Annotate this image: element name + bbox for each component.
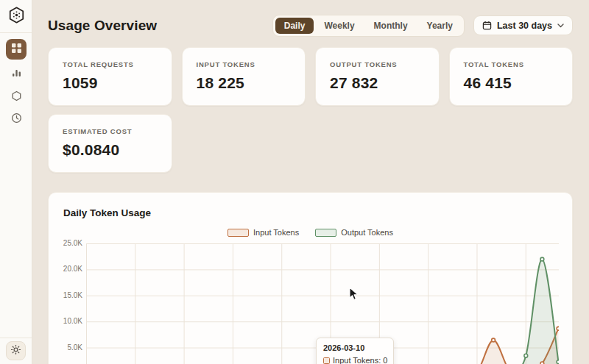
chevron-down-icon bbox=[557, 24, 564, 28]
theme-toggle-button[interactable] bbox=[6, 341, 26, 360]
tab-daily[interactable]: Daily bbox=[275, 18, 314, 34]
stat-card-total-tokens: TOTAL TOKENS 46 415 bbox=[449, 47, 574, 106]
sidebar-item-history[interactable] bbox=[6, 109, 27, 129]
legend-label: Input Tokens bbox=[253, 228, 299, 237]
stat-label: INPUT TOKENS bbox=[197, 60, 292, 68]
stat-card-input-tokens: INPUT TOKENS 18 225 bbox=[182, 47, 306, 106]
sidebar-item-models[interactable] bbox=[6, 87, 27, 107]
date-range-label: Last 30 days bbox=[497, 21, 552, 31]
legend-item-input-tokens[interactable]: Input Tokens bbox=[228, 228, 299, 237]
dashboard-grid-icon bbox=[11, 43, 22, 57]
sidebar bbox=[0, 0, 32, 364]
calendar-icon bbox=[482, 21, 492, 30]
chart-legend: Input Tokens Output Tokens bbox=[49, 228, 572, 237]
tab-weekly[interactable]: Weekly bbox=[315, 18, 363, 34]
main-content: Usage Overview Daily Weekly Monthly Year… bbox=[32, 0, 589, 364]
clock-icon bbox=[11, 113, 22, 126]
tooltip-row-input: Input Tokens: 0 bbox=[323, 356, 387, 364]
date-range-selector[interactable]: Last 30 days bbox=[473, 15, 573, 35]
stat-value: 1059 bbox=[63, 74, 158, 92]
y-axis-tick: 25.0K bbox=[49, 239, 82, 247]
page-title: Usage Overview bbox=[48, 18, 157, 34]
sidebar-item-dashboard[interactable] bbox=[6, 39, 27, 60]
stat-card-output-tokens: OUTPUT TOKENS 27 832 bbox=[315, 47, 440, 106]
stat-card-estimated-cost: ESTIMATED COST $0.0840 bbox=[48, 114, 172, 173]
chart-title: Daily Token Usage bbox=[63, 207, 151, 218]
daily-token-usage-card: Daily Token Usage Input Tokens Output To… bbox=[48, 192, 573, 364]
stat-value: 27 832 bbox=[330, 74, 425, 92]
stat-label: TOTAL TOKENS bbox=[464, 60, 559, 68]
sidebar-divider bbox=[0, 32, 32, 33]
stat-label: TOTAL REQUESTS bbox=[63, 60, 158, 68]
tooltip-swatch-input bbox=[323, 357, 330, 364]
y-axis-tick: 20.0K bbox=[49, 265, 82, 273]
sidebar-item-analytics[interactable] bbox=[6, 63, 27, 84]
stat-value: 46 415 bbox=[464, 74, 559, 92]
header-controls: Daily Weekly Monthly Yearly Last 30 days bbox=[272, 15, 573, 37]
page-header: Usage Overview Daily Weekly Monthly Year… bbox=[48, 15, 573, 35]
y-axis-tick: 15.0K bbox=[49, 291, 82, 299]
bar-chart-icon bbox=[11, 67, 22, 81]
hexagon-spark-logo-icon bbox=[7, 6, 26, 27]
legend-swatch-input bbox=[228, 229, 249, 237]
hexagon-icon bbox=[11, 90, 22, 104]
legend-swatch-output bbox=[315, 229, 336, 237]
sidebar-divider bbox=[0, 338, 32, 338]
stat-label: ESTIMATED COST bbox=[63, 127, 158, 135]
y-axis-tick: 5.0K bbox=[49, 343, 82, 351]
tab-monthly[interactable]: Monthly bbox=[365, 18, 417, 34]
tooltip-label: Input Tokens: 0 bbox=[333, 356, 387, 364]
tab-yearly[interactable]: Yearly bbox=[418, 18, 462, 34]
stat-card-total-requests: TOTAL REQUESTS 1059 bbox=[48, 47, 172, 106]
legend-item-output-tokens[interactable]: Output Tokens bbox=[315, 228, 393, 237]
app-logo[interactable] bbox=[6, 6, 27, 26]
legend-label: Output Tokens bbox=[341, 228, 393, 237]
sun-icon bbox=[10, 344, 21, 358]
period-tab-group: Daily Weekly Monthly Yearly bbox=[272, 15, 465, 37]
y-axis-tick: 10.0K bbox=[49, 317, 82, 325]
stat-label: OUTPUT TOKENS bbox=[330, 60, 425, 68]
stat-value: $0.0840 bbox=[63, 141, 158, 159]
chart-tooltip: 2026-03-10 Input Tokens: 0 Output Tokens… bbox=[316, 338, 394, 364]
stat-value: 18 225 bbox=[197, 74, 292, 92]
stats-grid: TOTAL REQUESTS 1059 INPUT TOKENS 18 225 … bbox=[48, 47, 573, 173]
tooltip-date: 2026-03-10 bbox=[323, 343, 387, 352]
